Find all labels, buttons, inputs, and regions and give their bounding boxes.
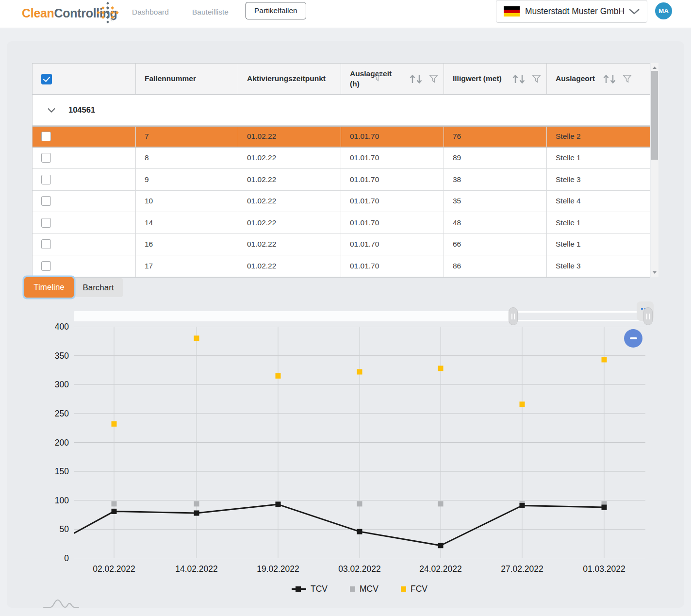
chevron-down-icon[interactable] <box>48 108 55 113</box>
filter-icon[interactable] <box>372 72 382 83</box>
row-checkbox[interactable] <box>41 175 51 184</box>
nav-item-partikelfallen[interactable]: Partikelfallen <box>246 2 306 19</box>
cell-aktivierungszeitpunkt: 01.02.22 <box>238 127 341 147</box>
legend-item-mcv[interactable]: MCV <box>350 584 378 594</box>
tab-barchart[interactable]: Barchart <box>74 278 123 297</box>
slider-handle-right[interactable] <box>643 307 653 325</box>
column-header-aktivierungszeitpunkt: Aktivierungszeitpunkt <box>238 64 341 94</box>
avatar[interactable]: MA <box>655 2 672 19</box>
y-axis-label: 350 <box>20 350 69 362</box>
company-selector[interactable]: Musterstadt Muster GmbH <box>496 0 647 23</box>
tcv-point <box>520 503 525 508</box>
cell-illigwert-met: 66 <box>444 234 547 255</box>
cell-aktivierungszeitpunkt: 01.02.22 <box>238 212 341 233</box>
cell-aktivierungszeitpunkt: 01.02.22 <box>238 148 341 169</box>
row-checkbox[interactable] <box>41 196 51 206</box>
column-header-fallennummer: Fallennummer <box>136 64 238 94</box>
tcv-point <box>194 510 199 516</box>
cell-auslageort: Stelle 1 <box>547 148 650 169</box>
y-axis-label: 0 <box>20 552 69 564</box>
legend-item-tcv[interactable]: TCV <box>292 584 328 594</box>
table-row[interactable]: 901.02.2201.01.7038Stelle 3 <box>33 169 650 191</box>
column-header-auslageort[interactable]: Auslageort <box>547 64 650 94</box>
group-row[interactable]: 104561 <box>33 95 650 126</box>
column-header-auslagezeit-h[interactable]: Auslagezeit (h) <box>341 64 444 94</box>
table-row[interactable]: 1001.02.2201.01.7035Stelle 4 <box>33 191 650 213</box>
scrollbar-thumb[interactable] <box>651 71 658 160</box>
legend-label: FCV <box>411 584 428 594</box>
chevron-down-icon <box>628 8 640 15</box>
column-label: Fallennummer <box>145 74 196 83</box>
zoom-out-button[interactable] <box>624 329 642 348</box>
row-checkbox[interactable] <box>41 218 51 228</box>
scroll-up-icon[interactable] <box>651 64 658 71</box>
table-row[interactable]: 1401.02.2201.01.7048Stelle 1 <box>33 212 650 234</box>
sort-icon[interactable] <box>408 73 424 85</box>
x-axis-label: 24.02.2022 <box>407 564 475 574</box>
cell-illigwert-met: 35 <box>444 191 547 212</box>
row-checkbox[interactable] <box>41 261 51 271</box>
y-axis-label: 50 <box>20 523 69 535</box>
nav-item-dashboard[interactable]: Dashboard <box>132 8 169 17</box>
fcv-point <box>276 373 281 379</box>
table-row[interactable]: 1701.02.2201.01.7086Stelle 3 <box>33 255 650 277</box>
y-axis-label: 100 <box>20 495 69 506</box>
cell-illigwert-met: 86 <box>444 255 547 277</box>
column-header-icons <box>408 73 439 85</box>
sort-icon[interactable] <box>602 73 618 85</box>
fcv-point <box>438 366 444 371</box>
x-axis-label: 03.02.2022 <box>326 564 394 574</box>
table-row[interactable]: 701.02.2201.01.7076Stelle 2 <box>33 126 650 148</box>
filter-icon[interactable] <box>531 74 542 84</box>
table-row[interactable]: 1601.02.2201.01.7066Stelle 1 <box>33 234 650 256</box>
timeline-plot-area <box>74 327 645 558</box>
table-row[interactable]: 801.02.2201.01.7089Stelle 1 <box>33 148 650 169</box>
registered-mark: ® <box>111 17 114 22</box>
slider-unselected-range <box>513 311 648 321</box>
tcv-point <box>357 529 362 534</box>
cell-illigwert-met: 89 <box>444 148 547 169</box>
row-checkbox[interactable] <box>41 132 51 141</box>
logo-text-clean: Clean <box>22 6 54 20</box>
y-axis-label: 300 <box>20 379 69 390</box>
fcv-point <box>602 357 607 362</box>
filter-icon <box>372 72 382 84</box>
cell-select <box>33 212 136 233</box>
column-label: Illigwert (met) <box>453 74 502 83</box>
cell-select <box>33 234 136 255</box>
cell-fallennummer: 8 <box>136 148 238 169</box>
cell-auslagezeit-h: 01.01.70 <box>341 127 444 147</box>
chart-range-slider[interactable] <box>74 311 648 321</box>
minus-icon <box>630 337 637 339</box>
app: CleanControlling ® DashboardBauteilliste… <box>0 0 691 616</box>
row-checkbox[interactable] <box>41 239 51 249</box>
cell-fallennummer: 14 <box>136 212 238 233</box>
cell-auslageort: Stelle 1 <box>547 212 650 233</box>
cell-auslageort: Stelle 3 <box>547 255 650 277</box>
legend-item-fcv[interactable]: FCV <box>401 584 428 594</box>
y-axis-label: 400 <box>20 321 69 333</box>
x-axis-label: 01.03.2022 <box>570 564 638 574</box>
sort-icon[interactable] <box>511 73 527 85</box>
group-label: 104561 <box>68 105 95 115</box>
tcv-point <box>112 509 117 514</box>
cell-auslageort: Stelle 3 <box>547 169 650 190</box>
scroll-down-icon[interactable] <box>651 269 658 276</box>
cell-aktivierungszeitpunkt: 01.02.22 <box>238 191 341 212</box>
nav-item-bauteilliste[interactable]: Bauteilliste <box>192 8 229 17</box>
row-checkbox[interactable] <box>41 153 51 163</box>
fcv-point <box>357 369 362 375</box>
cell-aktivierungszeitpunkt: 01.02.22 <box>238 169 341 190</box>
filter-icon[interactable] <box>622 74 632 84</box>
cell-auslageort: Stelle 2 <box>547 127 650 147</box>
column-header-illigwert-met[interactable]: Illigwert (met) <box>444 64 547 94</box>
tab-timeline[interactable]: Timeline <box>24 277 74 298</box>
cell-fallennummer: 9 <box>136 169 238 190</box>
cell-select <box>33 148 136 169</box>
slider-handle-left[interactable] <box>509 307 518 325</box>
chart-legend: TCVMCVFCV <box>74 584 645 594</box>
fcv-point <box>112 421 117 427</box>
table-scrollbar[interactable] <box>651 63 658 277</box>
select-all-checkbox[interactable] <box>41 74 52 84</box>
filter-icon[interactable] <box>428 74 439 84</box>
